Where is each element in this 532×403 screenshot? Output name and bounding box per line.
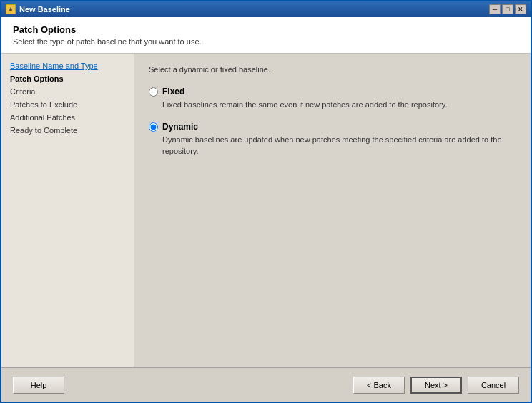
content-area: Baseline Name and TypePatch OptionsCrite… xyxy=(1,54,531,367)
header-title: Patch Options xyxy=(13,24,519,35)
sidebar-item-ready-to-complete: Ready to Complete xyxy=(1,124,134,137)
sidebar-item-patches-to-exclude: Patches to Exclude xyxy=(1,98,134,111)
next-button[interactable]: Next > xyxy=(410,377,462,394)
header-subtitle: Select the type of patch baseline that y… xyxy=(13,37,519,46)
dynamic-description: Dynamic baselines are updated when new p… xyxy=(162,135,516,157)
fixed-label: Fixed xyxy=(162,87,184,97)
dynamic-option-row: Dynamic xyxy=(149,122,516,132)
dynamic-radio[interactable] xyxy=(149,122,158,132)
sidebar: Baseline Name and TypePatch OptionsCrite… xyxy=(1,54,134,367)
close-button[interactable]: ✕ xyxy=(515,4,526,14)
footer-right: < Back Next > Cancel xyxy=(353,377,519,394)
title-bar-left: ★ New Baseline xyxy=(6,4,70,14)
main-content: Select a dynamic or fixed baseline. Fixe… xyxy=(134,54,531,367)
sidebar-item-additional-patches: Additional Patches xyxy=(1,111,134,124)
footer: Help < Back Next > Cancel xyxy=(1,367,531,402)
fixed-radio[interactable] xyxy=(149,87,158,97)
fixed-option-group: Fixed Fixed baselines remain the same ev… xyxy=(149,87,516,110)
title-buttons: ─ □ ✕ xyxy=(489,4,526,14)
header-section: Patch Options Select the type of patch b… xyxy=(1,17,531,54)
cancel-button[interactable]: Cancel xyxy=(468,377,519,394)
fixed-description: Fixed baselines remain the same even if … xyxy=(162,99,516,110)
window-icon: ★ xyxy=(6,4,16,14)
maximize-button[interactable]: □ xyxy=(502,4,513,14)
fixed-option-row: Fixed xyxy=(149,87,516,97)
window-title: New Baseline xyxy=(19,5,70,14)
sidebar-item-baseline-name-type[interactable]: Baseline Name and Type xyxy=(1,59,134,72)
help-button[interactable]: Help xyxy=(13,377,64,394)
sidebar-item-criteria: Criteria xyxy=(1,85,134,98)
main-window: ★ New Baseline ─ □ ✕ Patch Options Selec… xyxy=(0,0,532,403)
title-bar: ★ New Baseline ─ □ ✕ xyxy=(1,1,531,17)
footer-left: Help xyxy=(13,377,64,394)
back-button[interactable]: < Back xyxy=(353,377,405,394)
section-label: Select a dynamic or fixed baseline. xyxy=(149,65,516,74)
minimize-button[interactable]: ─ xyxy=(489,4,501,14)
dynamic-option-group: Dynamic Dynamic baselines are updated wh… xyxy=(149,122,516,157)
dynamic-label: Dynamic xyxy=(162,122,198,132)
sidebar-item-patch-options: Patch Options xyxy=(1,72,134,85)
